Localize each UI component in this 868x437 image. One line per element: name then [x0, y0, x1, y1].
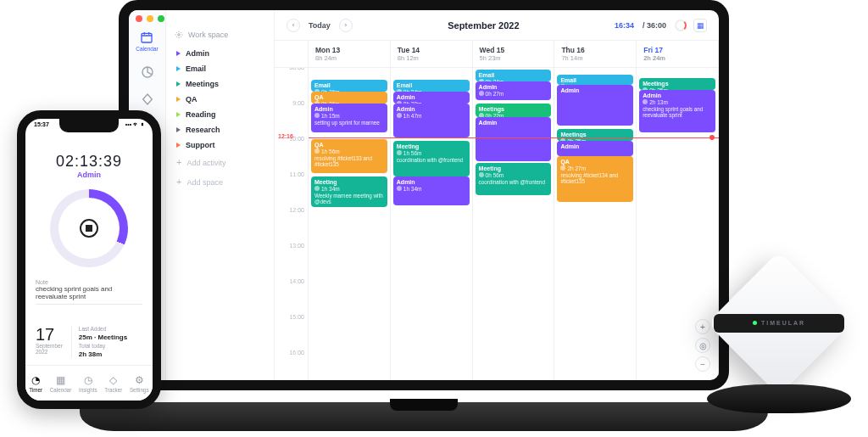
activity-research[interactable]: Research: [175, 122, 265, 137]
tab-timer[interactable]: ◔Timer: [29, 374, 42, 393]
hour-label: 15:00: [289, 314, 304, 320]
event-block[interactable]: Email0h 26m: [311, 80, 387, 92]
tab-calendar[interactable]: ▦Calendar: [50, 374, 72, 393]
phone-stats: 17 September 2022 Last Added 25m · Meeti…: [36, 326, 142, 358]
tab-tracker[interactable]: ◇Tracker: [104, 374, 122, 393]
event-block[interactable]: Meetings0h 22m: [476, 104, 552, 117]
activity-meetings[interactable]: Meetings: [175, 76, 265, 92]
time-gutter: 08:009:0010:0011:0012:0013:0014:0015:001…: [275, 68, 309, 380]
rail-label: Calendar: [136, 46, 158, 52]
current-time: 16:34: [615, 21, 634, 30]
phone-device: 15:37 ••• ᯤ ▮ 02:13:39 Admin Note checki…: [17, 110, 161, 409]
today-button[interactable]: Today: [309, 21, 331, 30]
event-block[interactable]: Admin: [557, 141, 633, 156]
status-time: 15:37: [34, 121, 49, 127]
day-header[interactable]: Mon 138h 24m: [309, 41, 391, 67]
event-block[interactable]: Admin0h 28m: [393, 92, 470, 104]
sidebar: Work space AdminEmailMeetingsQAReadingRe…: [166, 10, 275, 380]
event-block[interactable]: Admin: [476, 117, 552, 161]
event-block[interactable]: Meetings0h 25m: [639, 78, 715, 90]
day-header-row: Mon 138h 24mTue 148h 12mWed 155h 23mThu …: [275, 41, 719, 68]
window-traffic-lights: [136, 15, 164, 22]
event-block[interactable]: Admin1h 34m: [393, 176, 470, 205]
laptop-device: Calendar Work space AdminEmailMeetingsQA…: [119, 0, 737, 416]
stat-day: 17: [36, 326, 63, 343]
phone-tabbar: ◔Timer▦Calendar◷Insights◇Tracker⚙Setting…: [25, 365, 153, 401]
day-header[interactable]: Tue 148h 12m: [391, 41, 473, 67]
topbar: ‹ Today › September 2022 16:34 / 36:00 ▦: [275, 10, 719, 41]
event-block[interactable]: Email0h 24m: [476, 70, 552, 81]
led-icon: [753, 321, 757, 325]
hour-label: 14:00: [289, 278, 304, 284]
laptop-screen: Calendar Work space AdminEmailMeetingsQA…: [119, 0, 729, 390]
event-block[interactable]: Admin0h 27m: [476, 81, 552, 100]
event-block[interactable]: QA1h 56mresolving #ticket133 and #ticket…: [311, 139, 387, 173]
activity-support[interactable]: Support: [175, 137, 265, 153]
activity-email[interactable]: Email: [175, 61, 265, 76]
note-label: Note: [36, 279, 48, 285]
day-column[interactable]: Email0h 26mQA0h 26mAdmin1h 15msetting up…: [309, 68, 391, 380]
prev-button[interactable]: ‹: [287, 19, 300, 32]
hour-label: 08:00: [289, 68, 304, 70]
event-block[interactable]: Admin1h 15msetting up sprint for marnee: [311, 104, 387, 132]
add-activity[interactable]: +Add activity: [175, 153, 265, 172]
svg-rect-0: [142, 33, 152, 42]
svg-point-2: [178, 34, 181, 36]
hour-label: 13:00: [289, 243, 304, 249]
now-label: 12:16: [278, 133, 293, 139]
tab-insights[interactable]: ◷Insights: [79, 374, 97, 393]
tracker-device: TIMEULAR: [698, 252, 860, 413]
calendar-grid[interactable]: 08:009:0010:0011:0012:0013:0014:0015:001…: [275, 68, 719, 380]
event-block[interactable]: Email0h 26m: [557, 75, 633, 85]
status-icons: ••• ᯤ ▮: [125, 121, 144, 127]
total-time: / 36:00: [643, 21, 666, 30]
progress-ring-icon: [675, 20, 687, 31]
tab-settings[interactable]: ⚙Settings: [130, 374, 149, 393]
event-block[interactable]: Meeting0h 56mcoordination with @frontend: [476, 163, 552, 195]
event-block[interactable]: Email0h 24m: [393, 80, 470, 92]
day-header[interactable]: Wed 155h 23m: [473, 41, 555, 67]
progress-donut: [50, 189, 128, 267]
rail-calendar[interactable]: Calendar: [136, 31, 158, 52]
brand-label: TIMEULAR: [761, 320, 805, 326]
main-area: ‹ Today › September 2022 16:34 / 36:00 ▦…: [275, 10, 719, 380]
event-block[interactable]: Admin2h 13mchecking sprint goals and ree…: [639, 90, 715, 132]
jump-today-button[interactable]: ▦: [693, 19, 707, 32]
day-column[interactable]: Email0h 26mAdminMeetings0h 25mAdminQA2h …: [554, 68, 637, 380]
current-activity[interactable]: Admin: [77, 171, 101, 179]
workspace-header[interactable]: Work space: [175, 31, 265, 39]
pie-icon: [141, 65, 154, 79]
event-block[interactable]: QA2h 27mresolving #ticket134 and #ticket…: [557, 156, 633, 202]
rail-tracker[interactable]: [141, 92, 154, 106]
laptop-base: [80, 402, 768, 431]
activity-reading[interactable]: Reading: [175, 107, 265, 122]
note-input[interactable]: checking sprint goals and reevaluate spr…: [36, 285, 142, 305]
day-column[interactable]: Email0h 24mAdmin0h 28mAdmin1h 47mMeeting…: [391, 68, 473, 380]
stop-button[interactable]: [80, 219, 98, 238]
event-block[interactable]: Admin1h 47m: [393, 104, 470, 137]
diamond-icon: [141, 92, 154, 106]
calendar-icon: [140, 31, 153, 44]
workspace-label: Work space: [188, 31, 228, 39]
rail-reports[interactable]: [141, 65, 154, 79]
timer-display: 02:13:39: [56, 153, 122, 171]
event-block[interactable]: Meeting1h 56mcoordination with @frontend: [393, 141, 470, 176]
add-space[interactable]: +Add space: [175, 172, 265, 192]
event-block[interactable]: Admin: [557, 85, 633, 126]
hour-label: 12:00: [289, 207, 304, 213]
event-block[interactable]: Meetings0h 25m: [557, 129, 633, 141]
next-button[interactable]: ›: [339, 19, 353, 32]
gear-icon: [175, 31, 183, 39]
event-block[interactable]: QA0h 26m: [311, 92, 387, 104]
tracker-band: TIMEULAR: [714, 314, 844, 333]
activity-qa[interactable]: QA: [175, 92, 265, 107]
tracker-dock: [707, 384, 851, 413]
phone-notch: [59, 119, 119, 132]
activity-admin[interactable]: Admin: [175, 46, 265, 61]
hour-label: 11:00: [289, 171, 304, 177]
day-column[interactable]: Email0h 24mAdmin0h 27mMeetings0h 22mAdmi…: [473, 68, 555, 380]
hour-label: 16:00: [289, 350, 304, 356]
event-block[interactable]: Meeting1h 34mWeekly marnee meeting with …: [311, 176, 387, 207]
day-header[interactable]: Thu 167h 14m: [554, 41, 637, 67]
day-header[interactable]: Fri 172h 24m: [637, 41, 719, 67]
